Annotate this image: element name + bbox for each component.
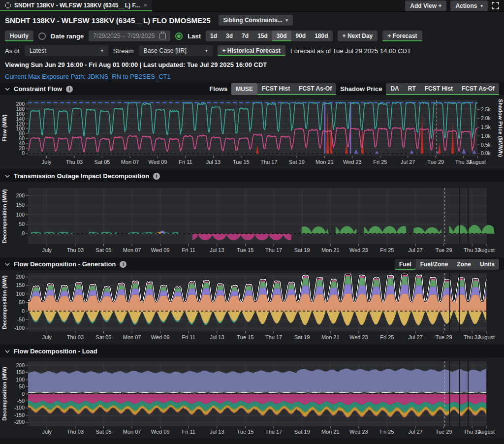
sibling-constraints-dropdown[interactable]: Sibling Constraints... ▾ — [219, 15, 293, 26]
svg-text:Thu 17: Thu 17 — [260, 159, 277, 165]
info-icon[interactable]: i — [153, 173, 160, 180]
svg-text:50: 50 — [19, 221, 25, 227]
svg-text:Fri 11: Fri 11 — [182, 247, 195, 253]
historical-forecast-button[interactable]: + Historical Forecast — [218, 45, 285, 56]
range-1d-button[interactable]: 1d — [206, 31, 221, 41]
hourly-button[interactable]: Hourly — [5, 31, 33, 41]
svg-text:150: 150 — [16, 202, 25, 208]
gen-fuel-button[interactable]: Fuel — [395, 259, 416, 270]
chevron-down-icon: ▾ — [101, 48, 103, 53]
outage-decomp-chart[interactable]: 050100150200JulyThu 03Sat 05Mon 07Wed 09… — [0, 182, 504, 257]
flows-fcst-asof-button[interactable]: FCST As-Of — [294, 83, 336, 95]
info-icon[interactable]: i — [66, 86, 73, 93]
range-30d-button[interactable]: 30d — [272, 31, 291, 41]
shadow-da-button[interactable]: DA — [386, 83, 403, 95]
collapse-chevron-icon — [5, 350, 10, 353]
calendar-icon[interactable] — [159, 33, 166, 39]
shadow-rt-button[interactable]: RT — [404, 83, 420, 95]
stream-value: Base Case [IIR] — [144, 47, 187, 54]
svg-text:Mon 07: Mon 07 — [123, 334, 141, 340]
flows-button-group: MUSE FCST Hist FCST As-Of — [231, 83, 336, 95]
app-window: SNDHT 138KV - WLFSW 138KV (6345__L) F...… — [0, 0, 504, 444]
svg-text:Fri 11: Fri 11 — [182, 429, 195, 435]
range-3d-button[interactable]: 3d — [221, 31, 237, 41]
gen-view-controls: Fuel Fuel/Zone Zone Units — [395, 259, 499, 270]
svg-text:Sat 19: Sat 19 — [289, 159, 305, 165]
svg-text:Mon 07: Mon 07 — [121, 159, 139, 165]
stream-controls-row: As of Latest ▾ Stream Base Case [IIR] ▾ … — [0, 43, 504, 58]
load-decomp-chart[interactable]: -200-150-100-50050100150200JulyThu 03Sat… — [0, 357, 504, 438]
svg-text:Decomposition (MW): Decomposition (MW) — [1, 367, 7, 421]
shadow-fcst-asof-button[interactable]: FCST As-Of — [457, 83, 499, 95]
svg-text:Tue 15: Tue 15 — [237, 334, 254, 340]
range-180d-button[interactable]: 180d — [310, 31, 332, 41]
svg-text:Thu 17: Thu 17 — [265, 429, 282, 435]
actions-label: Actions — [455, 2, 477, 9]
svg-text:Fri 25: Fri 25 — [380, 334, 394, 340]
actions-button[interactable]: Actions ▾ — [450, 0, 488, 11]
forecast-button[interactable]: + Forecast — [382, 31, 422, 41]
svg-text:Jul 13: Jul 13 — [210, 247, 224, 253]
constraint-flow-chart[interactable]: 020406080100120140160180200JulyThu 03Sat… — [0, 95, 504, 169]
flows-fcst-hist-button[interactable]: FCST Hist — [257, 83, 294, 95]
forecast-as-of-text: Forecast as of Tue Jul 29 2025 14:00 CDT — [290, 47, 411, 55]
svg-text:50: 50 — [19, 299, 25, 305]
gen-fuelzone-button[interactable]: Fuel/Zone — [416, 259, 453, 270]
outage-decomp-header[interactable]: Transmission Outage Impact Decomposition… — [0, 170, 504, 182]
info-icon[interactable]: i — [120, 261, 126, 268]
gen-zone-button[interactable]: Zone — [452, 259, 475, 270]
svg-text:Wed 23: Wed 23 — [349, 247, 368, 253]
svg-text:Mon 21: Mon 21 — [321, 247, 340, 253]
svg-text:Wed 23: Wed 23 — [349, 334, 368, 340]
svg-text:-150: -150 — [14, 412, 25, 418]
svg-text:Thu 03: Thu 03 — [67, 429, 84, 435]
svg-text:Wed 23: Wed 23 — [343, 159, 362, 165]
last-radio[interactable] — [175, 32, 183, 40]
svg-text:Tue 15: Tue 15 — [237, 247, 254, 253]
fullscreen-icon[interactable] — [492, 2, 499, 9]
constraint-flow-header[interactable]: Constraint Flow i Flows MUSE FCST Hist F… — [0, 83, 504, 95]
svg-text:100: 100 — [16, 212, 25, 218]
close-icon[interactable]: × — [143, 2, 147, 8]
svg-text:Sat 19: Sat 19 — [294, 334, 310, 340]
tabbar-actions: Add View + Actions ▾ — [405, 0, 504, 11]
svg-text:August: August — [478, 334, 495, 340]
svg-text:July: July — [42, 334, 52, 340]
add-view-button[interactable]: Add View + — [405, 0, 446, 11]
date-range-label: Date range — [51, 32, 84, 40]
svg-text:Decomposition (MW): Decomposition (MW) — [1, 275, 7, 329]
flows-muse-button[interactable]: MUSE — [231, 83, 257, 95]
shadow-fcst-hist-button[interactable]: FCST Hist — [420, 83, 457, 95]
svg-text:August: August — [469, 159, 486, 165]
svg-text:Jul 27: Jul 27 — [408, 247, 422, 253]
svg-text:Tue 29: Tue 29 — [436, 429, 452, 435]
range-15d-button[interactable]: 15d — [253, 31, 272, 41]
outage-decomp-title: Transmission Outage Impact Decomposition — [14, 172, 149, 180]
svg-text:July: July — [42, 429, 52, 435]
svg-text:Wed 09: Wed 09 — [149, 159, 167, 165]
last-label: Last — [188, 32, 201, 40]
range-7d-button[interactable]: 7d — [237, 31, 253, 41]
date-range-radio[interactable] — [38, 32, 46, 40]
next-day-button[interactable]: + Next Day — [338, 31, 378, 41]
gen-decomp-header[interactable]: Flow Decomposition - Generation i Fuel F… — [0, 258, 504, 270]
svg-text:Fri 25: Fri 25 — [380, 429, 394, 435]
svg-text:Fri 25: Fri 25 — [373, 159, 387, 165]
tab-constraint[interactable]: SNDHT 138KV - WLFSW 138KV (6345__L) F...… — [0, 0, 152, 11]
range-90d-button[interactable]: 90d — [291, 31, 311, 41]
svg-text:August: August — [478, 247, 495, 253]
stream-select[interactable]: Base Case [IIR] ▾ — [139, 45, 213, 56]
as-of-value: Latest — [30, 47, 46, 54]
gen-decomp-chart[interactable]: -100-50050100150200JulyThu 03Sat 05Mon 0… — [0, 270, 504, 344]
load-decomp-header[interactable]: Flow Decomposition - Load — [0, 345, 504, 357]
svg-text:Fri 11: Fri 11 — [182, 334, 195, 340]
gen-units-button[interactable]: Units — [475, 259, 499, 270]
chevron-down-icon: ▾ — [480, 3, 483, 8]
svg-text:Wed 09: Wed 09 — [151, 247, 170, 253]
max-exposure-path-link[interactable]: Current Max Exposure Path: JDKNS_RN to P… — [0, 71, 504, 82]
svg-text:Thu 03: Thu 03 — [67, 247, 84, 253]
svg-text:2.0k: 2.0k — [481, 115, 491, 121]
as-of-select[interactable]: Latest ▾ — [25, 45, 108, 56]
svg-text:Shadow Price ($/MWh): Shadow Price ($/MWh) — [498, 99, 504, 157]
date-range-input[interactable]: 7/29/2025 – 7/29/2025 — [89, 31, 170, 41]
